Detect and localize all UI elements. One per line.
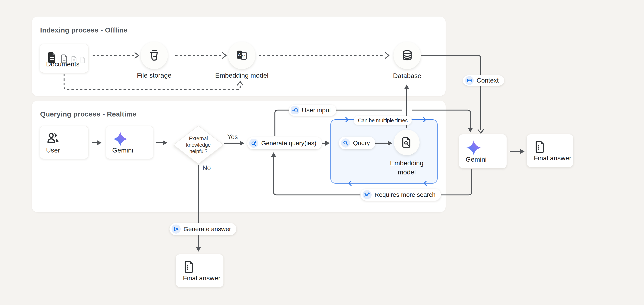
- embedding-model-query-line2: model: [376, 168, 438, 177]
- dashed-arrowheads: [135, 53, 389, 85]
- embedding-model-label: Embedding model: [211, 72, 273, 79]
- embedding-model-node: 0,1 A: [228, 42, 256, 69]
- no-label: No: [202, 164, 211, 172]
- generate-queries-label: Generate query(ies): [261, 140, 316, 147]
- context-label: Context: [476, 77, 499, 84]
- context-pill: Context: [463, 75, 504, 86]
- query-generation-icon: [249, 139, 258, 148]
- yes-label: Yes: [227, 133, 238, 141]
- query-pill: Query: [339, 137, 375, 149]
- final-answer-right-label: Final answer: [534, 154, 571, 162]
- gemini-card-left: Gemini: [106, 126, 153, 159]
- requires-more-search-label: Requires more search: [374, 191, 436, 198]
- gemini-left-label: Gemini: [112, 147, 133, 154]
- user-input-pill: User input: [289, 105, 336, 116]
- database-label: Database: [376, 72, 438, 80]
- final-answer-card-bottom: Final answer: [176, 254, 224, 287]
- document-search-icon: [401, 137, 412, 148]
- can-be-multiple-times-note: Can be multiple times: [354, 116, 412, 125]
- gemini-star-icon: [466, 140, 482, 157]
- user-input-label: User input: [302, 107, 331, 114]
- generate-answer-label: Generate answer: [184, 225, 231, 233]
- storage-bucket-icon: [148, 49, 160, 62]
- svg-text:0,1: 0,1: [242, 55, 246, 58]
- embedding-model-query-node: [394, 130, 420, 155]
- documents-card: Documents: [40, 44, 88, 73]
- search-icon: [341, 138, 350, 148]
- gemini-star-icon: [112, 131, 128, 148]
- final-answer-card-right: Final answer: [526, 134, 573, 167]
- file-storage-label: File storage: [123, 72, 185, 79]
- final-answer-document-icon: [534, 141, 547, 154]
- embedding-model-icon: 0,1 A: [236, 49, 248, 62]
- embedding-model-query-label: Embedding model: [376, 158, 438, 177]
- decision-line3: helpful?: [174, 148, 223, 155]
- user-input-icon: [291, 106, 299, 114]
- gemini-right-label: Gemini: [466, 156, 486, 163]
- gemini-card-right: Gemini: [459, 134, 507, 168]
- user-label: User: [46, 147, 60, 154]
- svg-text:A: A: [238, 52, 241, 57]
- generate-answer-pill: Generate answer: [170, 223, 236, 235]
- decision-text: External knowledge helpful?: [174, 135, 223, 155]
- send-sparkle-icon: [362, 190, 372, 199]
- query-label: Query: [353, 139, 370, 147]
- requires-more-search-pill: Requires more search: [360, 189, 441, 201]
- generate-queries-pill: Generate query(ies): [247, 137, 322, 149]
- database-node: [394, 42, 421, 69]
- context-arrowhead: [478, 130, 484, 133]
- edge-context: [421, 56, 481, 130]
- rag-architecture-diagram: Indexing process - Offline Querying proc…: [0, 0, 644, 305]
- users-icon: [46, 132, 60, 146]
- decision-line1: External: [174, 135, 223, 142]
- file-storage-node: [140, 42, 168, 69]
- context-icon: [465, 76, 474, 85]
- final-answer-document-icon: [183, 260, 196, 274]
- send-icon: [172, 224, 181, 234]
- embedding-model-query-line1: Embedding: [376, 158, 438, 168]
- database-icon: [401, 50, 413, 62]
- documents-label: Documents: [46, 60, 80, 68]
- final-answer-bottom-label: Final answer: [183, 274, 220, 282]
- decision-line2: knowledge: [174, 142, 223, 148]
- user-card: User: [40, 126, 88, 159]
